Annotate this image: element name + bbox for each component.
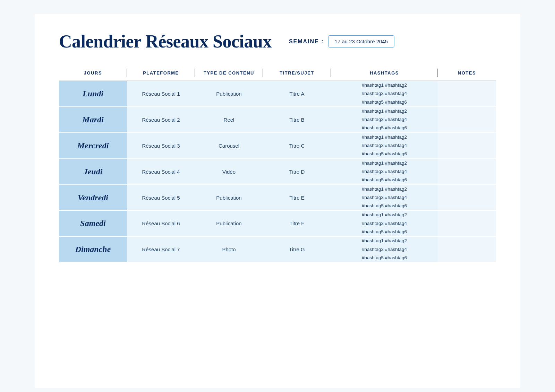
notes-cell bbox=[438, 133, 496, 159]
plateforme-cell: Réseau Social 7 bbox=[127, 236, 195, 262]
page-container: Calendrier Réseaux Sociaux SEMAINE : 17 … bbox=[35, 14, 520, 388]
titre-cell: Titre G bbox=[263, 236, 331, 262]
plateforme-cell: Réseau Social 1 bbox=[127, 81, 195, 107]
titre-cell: Titre C bbox=[263, 133, 331, 159]
type-cell: Publication bbox=[195, 185, 263, 211]
table-row: MardiRéseau Social 2ReelTitre B#hashtag1… bbox=[59, 107, 496, 133]
titre-cell: Titre D bbox=[263, 159, 331, 185]
col-header-hashtags: HASHTAGS bbox=[331, 66, 438, 81]
table-row: MercrediRéseau Social 3CarouselTitre C#h… bbox=[59, 133, 496, 159]
hashtags-cell: #hashtag1 #hashtag2#hashtag3 #hashtag4#h… bbox=[331, 185, 438, 211]
titre-cell: Titre F bbox=[263, 210, 331, 236]
notes-cell bbox=[438, 107, 496, 133]
col-header-jours: JOURS bbox=[59, 66, 127, 81]
col-header-titre: TITRE/SUJET bbox=[263, 66, 331, 81]
hashtags-cell: #hashtag1 #hashtag2#hashtag3 #hashtag4#h… bbox=[331, 159, 438, 185]
semaine-value: 17 au 23 Octobre 2045 bbox=[328, 35, 394, 47]
header: Calendrier Réseaux Sociaux SEMAINE : 17 … bbox=[59, 31, 496, 52]
day-cell: Mardi bbox=[59, 107, 127, 133]
notes-cell bbox=[438, 185, 496, 211]
type-cell: Photo bbox=[195, 236, 263, 262]
type-cell: Vidéo bbox=[195, 159, 263, 185]
notes-cell bbox=[438, 159, 496, 185]
day-cell: Mercredi bbox=[59, 133, 127, 159]
table-row: DimancheRéseau Social 7PhotoTitre G#hash… bbox=[59, 236, 496, 262]
table-row: SamediRéseau Social 6PublicationTitre F#… bbox=[59, 210, 496, 236]
table-row: JeudiRéseau Social 4VidéoTitre D#hashtag… bbox=[59, 159, 496, 185]
type-cell: Carousel bbox=[195, 133, 263, 159]
hashtags-cell: #hashtag1 #hashtag2#hashtag3 #hashtag4#h… bbox=[331, 236, 438, 262]
type-cell: Publication bbox=[195, 210, 263, 236]
notes-cell bbox=[438, 81, 496, 107]
table-header-row: JOURS PLATEFORME TYPE DE CONTENU TITRE/S… bbox=[59, 66, 496, 81]
notes-cell bbox=[438, 210, 496, 236]
day-cell: Vendredi bbox=[59, 185, 127, 211]
titre-cell: Titre A bbox=[263, 81, 331, 107]
plateforme-cell: Réseau Social 6 bbox=[127, 210, 195, 236]
notes-cell bbox=[438, 236, 496, 262]
col-header-notes: NOTES bbox=[438, 66, 496, 81]
hashtags-cell: #hashtag1 #hashtag2#hashtag3 #hashtag4#h… bbox=[331, 81, 438, 107]
page-title: Calendrier Réseaux Sociaux bbox=[59, 31, 272, 52]
hashtags-cell: #hashtag1 #hashtag2#hashtag3 #hashtag4#h… bbox=[331, 133, 438, 159]
col-header-type: TYPE DE CONTENU bbox=[195, 66, 263, 81]
table-row: VendrediRéseau Social 5PublicationTitre … bbox=[59, 185, 496, 211]
day-cell: Jeudi bbox=[59, 159, 127, 185]
plateforme-cell: Réseau Social 3 bbox=[127, 133, 195, 159]
semaine-container: SEMAINE : 17 au 23 Octobre 2045 bbox=[289, 35, 394, 47]
table-row: LundiRéseau Social 1PublicationTitre A#h… bbox=[59, 81, 496, 107]
day-cell: Dimanche bbox=[59, 236, 127, 262]
type-cell: Reel bbox=[195, 107, 263, 133]
day-cell: Samedi bbox=[59, 210, 127, 236]
day-cell: Lundi bbox=[59, 81, 127, 107]
titre-cell: Titre E bbox=[263, 185, 331, 211]
col-header-plateforme: PLATEFORME bbox=[127, 66, 195, 81]
type-cell: Publication bbox=[195, 81, 263, 107]
hashtags-cell: #hashtag1 #hashtag2#hashtag3 #hashtag4#h… bbox=[331, 107, 438, 133]
plateforme-cell: Réseau Social 2 bbox=[127, 107, 195, 133]
titre-cell: Titre B bbox=[263, 107, 331, 133]
hashtags-cell: #hashtag1 #hashtag2#hashtag3 #hashtag4#h… bbox=[331, 210, 438, 236]
semaine-label: SEMAINE : bbox=[289, 38, 324, 45]
calendar-table: JOURS PLATEFORME TYPE DE CONTENU TITRE/S… bbox=[59, 66, 496, 263]
plateforme-cell: Réseau Social 4 bbox=[127, 159, 195, 185]
plateforme-cell: Réseau Social 5 bbox=[127, 185, 195, 211]
